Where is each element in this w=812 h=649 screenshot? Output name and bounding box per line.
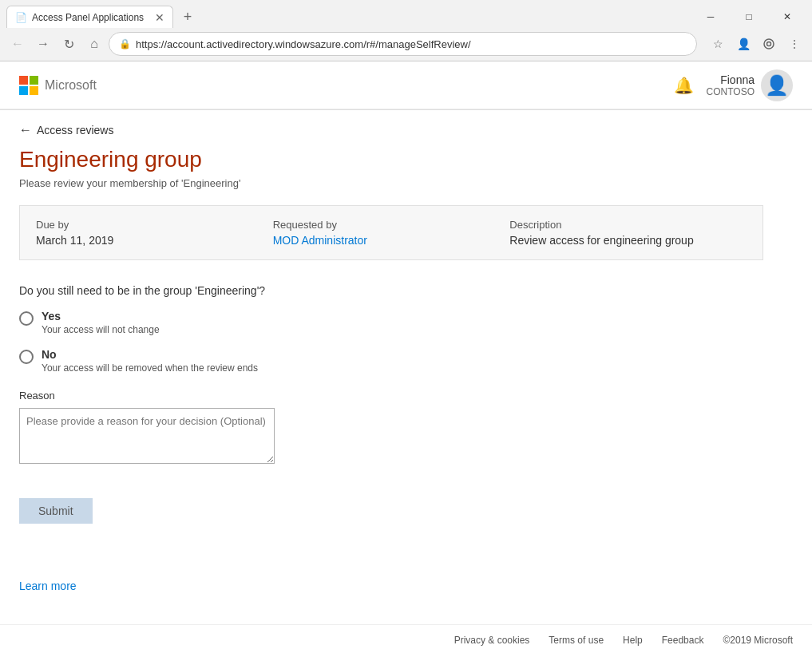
description-col: Description Review access for engineerin… — [509, 219, 747, 247]
submit-button[interactable]: Submit — [19, 498, 93, 524]
forward-button[interactable]: → — [32, 33, 54, 55]
yes-radio[interactable] — [19, 311, 34, 326]
no-radio[interactable] — [19, 350, 34, 364]
logo-yellow — [30, 86, 38, 95]
title-bar: 📄 Access Panel Applications ✕ + ─ □ ✕ — [0, 0, 812, 29]
terms-of-use-link[interactable]: Terms of use — [549, 635, 604, 646]
reason-section: Reason — [19, 390, 763, 466]
user-info[interactable]: Fionna CONTOSO 👤 — [707, 69, 793, 101]
copyright-text: ©2019 Microsoft — [723, 635, 793, 646]
yes-title: Yes — [42, 310, 160, 323]
page-content: Microsoft 🔔 Fionna CONTOSO 👤 ← Access re… — [0, 61, 812, 649]
help-link[interactable]: Help — [623, 635, 643, 646]
due-value: March 11, 2019 — [36, 234, 273, 247]
star-icon[interactable]: ☆ — [707, 33, 729, 55]
svg-point-0 — [764, 39, 774, 49]
main-content: ← Access reviews Engineering group Pleas… — [0, 110, 782, 624]
learn-more-link[interactable]: Learn more — [19, 580, 77, 592]
page-title: Engineering group — [19, 147, 763, 172]
url-bar[interactable]: 🔒 https://account.activedirectory.window… — [109, 32, 697, 56]
back-button[interactable]: ← — [6, 33, 29, 55]
back-nav-label: Access reviews — [37, 124, 113, 137]
description-label: Description — [509, 219, 747, 231]
no-title: No — [42, 348, 258, 361]
user-avatar[interactable]: 👤 — [761, 69, 793, 101]
page-subtitle: Please review your membership of 'Engine… — [19, 177, 763, 189]
person-icon[interactable]: 👤 — [732, 33, 755, 55]
ms-logo-text: Microsoft — [45, 78, 97, 93]
browser-chrome: 📄 Access Panel Applications ✕ + ─ □ ✕ ← … — [0, 0, 812, 61]
logo-red — [19, 76, 28, 85]
address-icons: ☆ 👤 ⋮ — [707, 33, 806, 55]
logo-blue — [19, 86, 28, 95]
home-button[interactable]: ⌂ — [83, 33, 105, 55]
menu-icon[interactable]: ⋮ — [783, 33, 806, 55]
requested-value[interactable]: MOD Administrator — [273, 234, 510, 247]
feedback-link[interactable]: Feedback — [662, 635, 704, 646]
new-tab-button[interactable]: + — [176, 6, 199, 28]
requested-by-col: Requested by MOD Administrator — [273, 219, 510, 247]
tab-title: Access Panel Applications — [32, 12, 144, 23]
avatar-icon: 👤 — [765, 74, 789, 97]
yes-label: Yes Your access will not change — [42, 310, 160, 335]
ms-logo-squares — [19, 76, 38, 95]
minimize-button[interactable]: ─ — [692, 6, 729, 28]
svg-point-1 — [767, 42, 771, 46]
info-table: Due by March 11, 2019 Requested by MOD A… — [19, 205, 763, 260]
due-by-col: Due by March 11, 2019 — [36, 219, 273, 247]
no-desc: Your access will be removed when the rev… — [42, 362, 258, 374]
user-org-name: CONTOSO — [707, 86, 755, 97]
no-option[interactable]: No Your access will be removed when the … — [19, 348, 763, 374]
header-right: 🔔 Fionna CONTOSO 👤 — [674, 69, 793, 101]
user-display-name: Fionna — [707, 73, 755, 86]
privacy-cookies-link[interactable]: Privacy & cookies — [454, 635, 530, 646]
notification-bell-icon[interactable]: 🔔 — [674, 76, 694, 95]
description-value: Review access for engineering group — [509, 234, 747, 247]
tab-close-button[interactable]: ✕ — [155, 11, 164, 24]
refresh-button[interactable]: ↻ — [57, 33, 80, 55]
back-nav[interactable]: ← Access reviews — [19, 110, 763, 147]
logo-green — [30, 76, 38, 85]
address-bar: ← → ↻ ⌂ 🔒 https://account.activedirector… — [0, 29, 812, 61]
yes-option[interactable]: Yes Your access will not change — [19, 310, 763, 335]
yes-desc: Your access will not change — [42, 324, 160, 335]
extensions-icon[interactable] — [758, 33, 780, 55]
browser-tab[interactable]: 📄 Access Panel Applications ✕ — [6, 6, 173, 28]
restore-button[interactable]: □ — [731, 6, 767, 28]
ms-header: Microsoft 🔔 Fionna CONTOSO 👤 — [0, 61, 812, 109]
no-label: No Your access will be removed when the … — [42, 348, 258, 374]
user-name: Fionna CONTOSO — [707, 73, 755, 97]
url-text: https://account.activedirectory.windowsa… — [136, 38, 687, 50]
tab-icon: 📄 — [15, 12, 27, 23]
back-arrow-icon: ← — [19, 123, 32, 137]
review-question: Do you still need to be in the group 'En… — [19, 284, 763, 297]
reason-label: Reason — [19, 390, 763, 402]
ms-logo: Microsoft — [19, 76, 97, 95]
page-footer: Privacy & cookies Terms of use Help Feed… — [0, 624, 812, 649]
window-controls: ─ □ ✕ — [692, 6, 806, 28]
due-label: Due by — [36, 219, 273, 231]
close-button[interactable]: ✕ — [769, 6, 806, 28]
security-lock-icon: 🔒 — [119, 38, 131, 49]
requested-label: Requested by — [273, 219, 510, 231]
reason-textarea[interactable] — [19, 408, 275, 464]
